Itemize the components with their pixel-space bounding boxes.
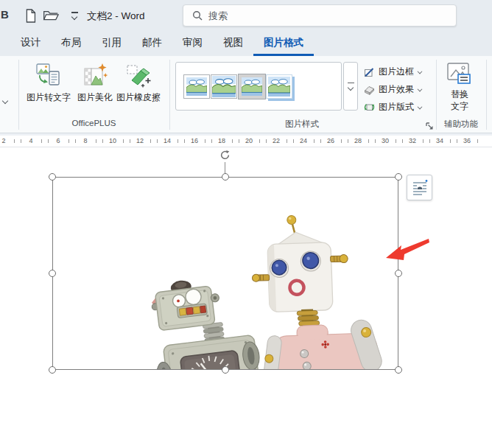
ruler-mark: 22 [263,136,290,146]
group-divider [169,60,170,130]
picture-eraser-icon [125,62,152,90]
word-window: B 文档2 - Word 设计 布局 引用 邮件 审阅 视图 图片格式 [0,0,492,448]
resize-handle-middle-left[interactable] [49,270,56,277]
alt-text-icon [446,62,473,85]
picture-effects-button[interactable]: 图片效果 [364,81,435,97]
ruler-mark: 18 [208,136,236,146]
picture-style-simple-frame-white-thin[interactable] [211,74,237,99]
layout-options-button[interactable] [407,175,432,200]
group-label-picture-styles: 图片样式 [250,119,354,130]
ribbon: 图片转文字 图片美化 图片橡皮擦 OfficePLUS [0,56,492,133]
red-arrow-annotation [382,236,430,265]
title-bar: B 文档2 - Word [0,0,492,31]
ruler-mark: 2 [0,136,18,146]
tab-layout[interactable]: 布局 [51,30,91,56]
rotation-handle-icon[interactable] [219,150,231,161]
group-label-officeplus: OfficePLUS [41,119,147,127]
alt-text-button[interactable]: 替换 文字 [440,60,479,118]
group-divider [18,60,19,130]
ruler-mark: 36 [454,136,481,146]
ruler-mark: 28 [345,136,372,146]
search-box[interactable] [183,4,457,27]
layout-options-icon [412,180,428,196]
resize-handle-bottom-right[interactable] [395,366,402,374]
ruler-mark: 30 [372,136,399,146]
group-divider [486,60,487,130]
ruler-mark: 24 [290,136,317,146]
partial-letter: B [1,8,9,21]
tab-references[interactable]: 引用 [91,30,132,56]
ruler-mark: 8 [72,136,99,146]
ruler-mark: 4 [18,136,45,146]
chevron-down-icon [418,105,423,110]
tab-review[interactable]: 审阅 [172,30,213,56]
chevron-down-icon [418,69,423,74]
collapsed-group-chevron-icon[interactable] [2,98,8,104]
chevron-down-icon [418,87,423,92]
resize-handle-top-right[interactable] [395,173,402,181]
tab-mailings[interactable]: 邮件 [132,30,172,56]
group-divider [436,60,437,130]
resize-handle-bottom-middle[interactable] [222,366,229,374]
resize-handle-middle-right[interactable] [395,270,402,277]
search-icon [192,10,203,21]
picture-enhance-icon [82,62,108,90]
resize-handle-top-left[interactable] [49,173,56,181]
picture-enhance-button[interactable]: 图片美化 [77,60,113,116]
ruler-mark: 20 [236,136,263,146]
resize-handle-top-middle[interactable] [222,173,229,181]
picture-style-metal-frame[interactable] [239,74,265,99]
open-folder-icon[interactable] [41,7,60,24]
ruler-mark: 26 [317,136,345,146]
resize-handle-bottom-left[interactable] [49,366,56,374]
dialog-launcher-icon[interactable] [425,122,435,131]
document-title: 文档2 - Word [87,10,145,23]
gallery-more-button[interactable] [343,62,358,111]
tab-design[interactable]: 设计 [10,30,51,56]
ruler-mark: 34 [426,136,454,146]
group-label-accessibility: 辅助功能 [437,119,485,130]
picture-effects-icon [364,84,375,95]
horizontal-ruler: 24681012141618202224262830323436 [0,133,492,147]
ruler-mark: 32 [399,136,426,146]
picture-style-shadow-rectangle[interactable] [266,74,292,99]
selection-border [52,177,398,370]
picture-border-button[interactable]: 图片边框 [364,63,435,80]
picture-styles-gallery [175,62,342,111]
picture-border-icon [364,66,375,77]
search-input[interactable] [208,10,429,21]
rotation-handle-stem [225,162,225,174]
ruler-track: 24681012141618202224262830323436 [0,136,492,147]
document-canvas[interactable] [0,147,492,448]
picture-to-text-icon [35,62,62,90]
picture-layout-icon [364,102,375,113]
ruler-mark: 12 [127,136,154,146]
picture-eraser-button[interactable]: 图片橡皮擦 [113,60,164,116]
ruler-mark: 16 [181,136,208,146]
quick-access-dropdown-icon[interactable] [65,7,84,24]
ruler-mark: 14 [154,136,181,146]
picture-layout-button[interactable]: 图片版式 [364,99,435,115]
new-document-icon[interactable] [21,7,40,24]
ribbon-tabs: 设计 布局 引用 邮件 审阅 视图 图片格式 [0,31,492,56]
ruler-mark: 6 [45,136,72,146]
picture-style-simple-frame-white[interactable] [183,74,210,99]
tab-view[interactable]: 视图 [213,30,253,56]
tab-picture-format[interactable]: 图片格式 [253,30,314,56]
picture-to-text-button[interactable]: 图片转文字 [21,60,77,116]
ruler-mark: 10 [99,136,127,146]
